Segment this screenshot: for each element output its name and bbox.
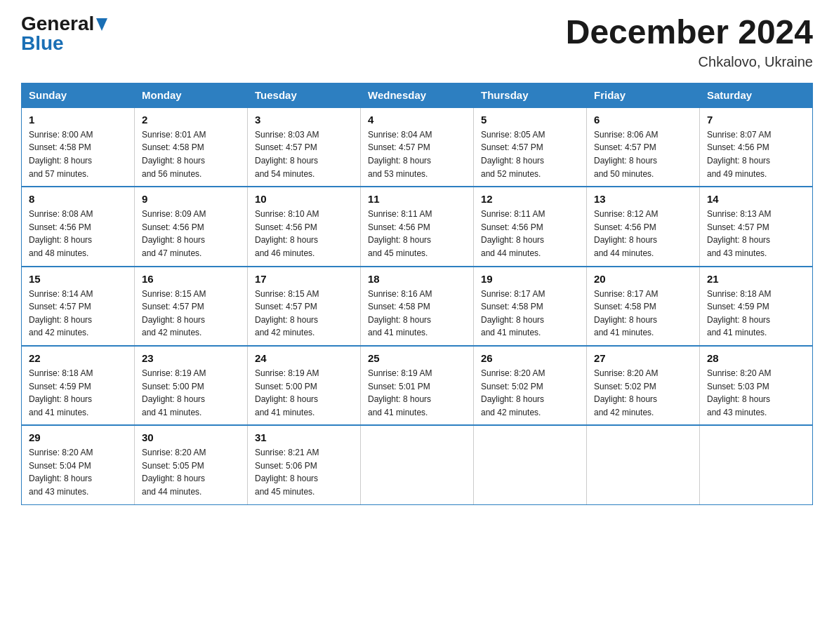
day-number: 13 [594,193,692,205]
day-number: 26 [481,352,579,364]
day-info: Sunrise: 8:15 AMSunset: 4:57 PMDaylight:… [255,288,353,340]
calendar-cell: 5 Sunrise: 8:05 AMSunset: 4:57 PMDayligh… [474,107,587,187]
calendar-header-row: SundayMondayTuesdayWednesdayThursdayFrid… [22,83,813,107]
day-number: 15 [29,273,127,285]
day-number: 18 [368,273,466,285]
calendar-cell: 15 Sunrise: 8:14 AMSunset: 4:57 PMDaylig… [22,267,135,346]
calendar-week-row: 22 Sunrise: 8:18 AMSunset: 4:59 PMDaylig… [22,346,813,425]
calendar-cell: 14 Sunrise: 8:13 AMSunset: 4:57 PMDaylig… [700,187,813,266]
calendar-cell: 24 Sunrise: 8:19 AMSunset: 5:00 PMDaylig… [248,346,361,425]
day-number: 31 [255,431,353,443]
calendar-cell: 22 Sunrise: 8:18 AMSunset: 4:59 PMDaylig… [22,346,135,425]
day-number: 20 [594,273,692,285]
day-number: 21 [707,273,805,285]
logo-blue: Blue [21,32,64,54]
calendar-table: SundayMondayTuesdayWednesdayThursdayFrid… [21,83,813,505]
day-info: Sunrise: 8:20 AMSunset: 5:03 PMDaylight:… [707,367,805,419]
header-monday: Monday [135,83,248,107]
day-info: Sunrise: 8:11 AMSunset: 4:56 PMDaylight:… [481,208,579,260]
calendar-week-row: 29 Sunrise: 8:20 AMSunset: 5:04 PMDaylig… [22,425,813,504]
day-number: 19 [481,273,579,285]
logo-general: General [21,14,94,34]
day-number: 28 [707,352,805,364]
day-number: 5 [481,114,579,126]
day-info: Sunrise: 8:13 AMSunset: 4:57 PMDaylight:… [707,208,805,260]
day-info: Sunrise: 8:04 AMSunset: 4:57 PMDaylight:… [368,128,466,180]
calendar-week-row: 8 Sunrise: 8:08 AMSunset: 4:56 PMDayligh… [22,187,813,266]
day-number: 29 [29,431,127,443]
calendar-cell [361,425,474,504]
day-number: 12 [481,193,579,205]
calendar-cell: 6 Sunrise: 8:06 AMSunset: 4:57 PMDayligh… [587,107,700,187]
calendar-cell: 10 Sunrise: 8:10 AMSunset: 4:56 PMDaylig… [248,187,361,266]
calendar-cell: 20 Sunrise: 8:17 AMSunset: 4:58 PMDaylig… [587,267,700,346]
day-info: Sunrise: 8:20 AMSunset: 5:02 PMDaylight:… [481,367,579,419]
day-info: Sunrise: 8:05 AMSunset: 4:57 PMDaylight:… [481,128,579,180]
calendar-cell: 13 Sunrise: 8:12 AMSunset: 4:56 PMDaylig… [587,187,700,266]
calendar-cell: 21 Sunrise: 8:18 AMSunset: 4:59 PMDaylig… [700,267,813,346]
calendar-cell: 19 Sunrise: 8:17 AMSunset: 4:58 PMDaylig… [474,267,587,346]
day-number: 1 [29,114,127,126]
day-info: Sunrise: 8:01 AMSunset: 4:58 PMDaylight:… [142,128,240,180]
day-number: 2 [142,114,240,126]
calendar-cell: 12 Sunrise: 8:11 AMSunset: 4:56 PMDaylig… [474,187,587,266]
calendar-cell: 18 Sunrise: 8:16 AMSunset: 4:58 PMDaylig… [361,267,474,346]
day-info: Sunrise: 8:18 AMSunset: 4:59 PMDaylight:… [29,367,127,419]
day-number: 22 [29,352,127,364]
calendar-cell [474,425,587,504]
calendar-cell: 31 Sunrise: 8:21 AMSunset: 5:06 PMDaylig… [248,425,361,504]
calendar-cell: 4 Sunrise: 8:04 AMSunset: 4:57 PMDayligh… [361,107,474,187]
day-info: Sunrise: 8:06 AMSunset: 4:57 PMDaylight:… [594,128,692,180]
svg-marker-0 [96,18,107,31]
day-info: Sunrise: 8:11 AMSunset: 4:56 PMDaylight:… [368,208,466,260]
day-number: 27 [594,352,692,364]
day-number: 11 [368,193,466,205]
day-number: 24 [255,352,353,364]
day-info: Sunrise: 8:16 AMSunset: 4:58 PMDaylight:… [368,288,466,340]
calendar-cell: 29 Sunrise: 8:20 AMSunset: 5:04 PMDaylig… [22,425,135,504]
header-tuesday: Tuesday [248,83,361,107]
day-info: Sunrise: 8:19 AMSunset: 5:00 PMDaylight:… [142,367,240,419]
calendar-cell: 2 Sunrise: 8:01 AMSunset: 4:58 PMDayligh… [135,107,248,187]
day-info: Sunrise: 8:21 AMSunset: 5:06 PMDaylight:… [255,446,353,498]
calendar-cell: 1 Sunrise: 8:00 AMSunset: 4:58 PMDayligh… [22,107,135,187]
day-info: Sunrise: 8:00 AMSunset: 4:58 PMDaylight:… [29,128,127,180]
calendar-cell: 11 Sunrise: 8:11 AMSunset: 4:56 PMDaylig… [361,187,474,266]
calendar-cell [587,425,700,504]
day-info: Sunrise: 8:03 AMSunset: 4:57 PMDaylight:… [255,128,353,180]
calendar-cell: 30 Sunrise: 8:20 AMSunset: 5:05 PMDaylig… [135,425,248,504]
header-sunday: Sunday [22,83,135,107]
day-info: Sunrise: 8:07 AMSunset: 4:56 PMDaylight:… [707,128,805,180]
calendar-cell: 25 Sunrise: 8:19 AMSunset: 5:01 PMDaylig… [361,346,474,425]
header-wednesday: Wednesday [361,83,474,107]
calendar-cell: 23 Sunrise: 8:19 AMSunset: 5:00 PMDaylig… [135,346,248,425]
calendar-week-row: 1 Sunrise: 8:00 AMSunset: 4:58 PMDayligh… [22,107,813,187]
logo: General Blue [21,14,107,53]
calendar-cell: 27 Sunrise: 8:20 AMSunset: 5:02 PMDaylig… [587,346,700,425]
day-info: Sunrise: 8:10 AMSunset: 4:56 PMDaylight:… [255,208,353,260]
calendar-cell: 17 Sunrise: 8:15 AMSunset: 4:57 PMDaylig… [248,267,361,346]
day-number: 3 [255,114,353,126]
day-info: Sunrise: 8:14 AMSunset: 4:57 PMDaylight:… [29,288,127,340]
day-info: Sunrise: 8:17 AMSunset: 4:58 PMDaylight:… [481,288,579,340]
calendar-cell: 7 Sunrise: 8:07 AMSunset: 4:56 PMDayligh… [700,107,813,187]
header-friday: Friday [587,83,700,107]
calendar-week-row: 15 Sunrise: 8:14 AMSunset: 4:57 PMDaylig… [22,267,813,346]
day-number: 23 [142,352,240,364]
day-number: 8 [29,193,127,205]
day-number: 17 [255,273,353,285]
calendar-cell: 26 Sunrise: 8:20 AMSunset: 5:02 PMDaylig… [474,346,587,425]
calendar-cell: 9 Sunrise: 8:09 AMSunset: 4:56 PMDayligh… [135,187,248,266]
month-title: December 2024 [566,14,813,51]
day-number: 6 [594,114,692,126]
day-info: Sunrise: 8:09 AMSunset: 4:56 PMDaylight:… [142,208,240,260]
calendar-cell: 8 Sunrise: 8:08 AMSunset: 4:56 PMDayligh… [22,187,135,266]
day-number: 16 [142,273,240,285]
header-thursday: Thursday [474,83,587,107]
day-info: Sunrise: 8:20 AMSunset: 5:04 PMDaylight:… [29,446,127,498]
header-saturday: Saturday [700,83,813,107]
calendar-cell: 16 Sunrise: 8:15 AMSunset: 4:57 PMDaylig… [135,267,248,346]
day-number: 4 [368,114,466,126]
title-area: December 2024 Chkalovo, Ukraine [566,14,813,70]
day-number: 9 [142,193,240,205]
